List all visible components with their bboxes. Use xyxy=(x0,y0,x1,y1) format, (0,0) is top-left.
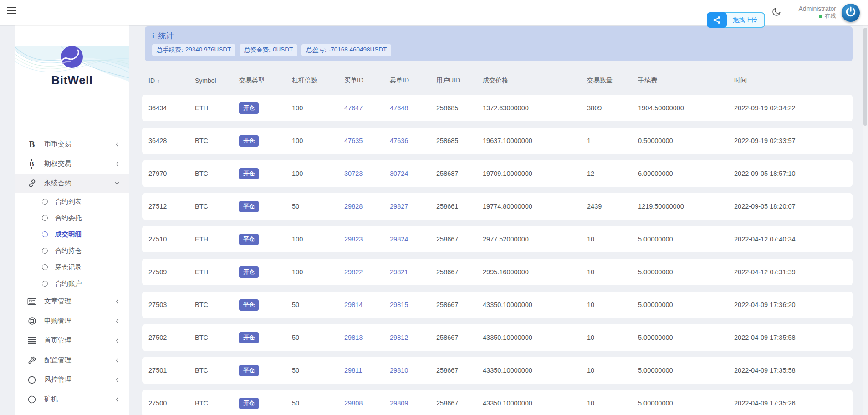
sidebar-subitem-label: 合约列表 xyxy=(55,197,82,206)
cell-id: 27510 xyxy=(148,236,195,243)
sidebar-item-homepage-management[interactable]: 首页管理 xyxy=(15,331,129,350)
sell-order-link[interactable]: 29809 xyxy=(390,400,436,407)
sell-order-link[interactable]: 29821 xyxy=(390,268,436,276)
sidebar-item-risk-management[interactable]: 风控管理 xyxy=(15,370,129,389)
cell-id: 27970 xyxy=(148,170,195,177)
buy-order-link[interactable]: 29814 xyxy=(344,301,390,308)
column-header-2: Symbol xyxy=(195,77,239,84)
sell-order-link[interactable]: 29824 xyxy=(390,236,436,243)
drag-upload-widget[interactable]: 拖拽上传 xyxy=(707,12,765,28)
cell-uid: 258667 xyxy=(436,400,483,407)
sidebar-subitem-label: 穿仓记录 xyxy=(55,263,82,272)
buy-order-link[interactable]: 29808 xyxy=(344,400,390,407)
cell-time: 2022-09-05 18:20:07 xyxy=(734,203,846,210)
cell-uid: 258685 xyxy=(436,104,483,112)
cell-fee: 0.50000000 xyxy=(638,137,734,144)
newspaper-icon xyxy=(26,297,37,306)
sidebar-subitem-contract-positions[interactable]: 合约持仓 xyxy=(15,242,129,259)
cell-fee: 5.00000000 xyxy=(638,301,734,308)
stats-title: i 统计 xyxy=(152,31,845,41)
table-row: 36434 ETH 开仓 100 47647 47648 258685 1372… xyxy=(142,95,853,121)
trade-type-badge: 平仓 xyxy=(239,365,259,376)
sell-order-link[interactable]: 30724 xyxy=(390,170,436,177)
table-body: 36434 ETH 开仓 100 47647 47648 258685 1372… xyxy=(142,95,853,415)
sell-order-link[interactable]: 29810 xyxy=(390,367,436,374)
buy-order-link[interactable]: 47647 xyxy=(344,104,390,112)
cell-time: 2022-09-19 02:34:22 xyxy=(734,104,846,112)
scrollbar-thumb[interactable] xyxy=(863,28,867,126)
circle-icon xyxy=(26,376,37,384)
cell-quantity: 10 xyxy=(587,367,638,374)
cell-id: 27502 xyxy=(148,334,195,341)
cell-time: 2022-09-05 18:57:10 xyxy=(734,170,846,177)
cell-quantity: 3809 xyxy=(587,104,638,112)
info-icon: i xyxy=(152,31,154,41)
sidebar-item-mining-machine[interactable]: 矿机 xyxy=(15,389,129,409)
table-row: 27509 ETH 开仓 100 29822 29821 258667 2995… xyxy=(142,259,853,285)
buy-order-link[interactable]: 29811 xyxy=(344,367,390,374)
sidebar-subitem-contract-orders[interactable]: 合约委托 xyxy=(15,210,129,226)
cell-quantity: 10 xyxy=(587,268,638,276)
cell-leverage: 100 xyxy=(292,170,344,177)
online-status-label: 在线 xyxy=(825,13,836,20)
sidebar-item-article-management[interactable]: 文章管理 xyxy=(15,292,129,311)
sell-order-link[interactable]: 29812 xyxy=(390,334,436,341)
dark-mode-toggle[interactable] xyxy=(771,7,781,19)
cell-time: 2022-04-09 17:35:58 xyxy=(734,367,846,374)
sell-order-link[interactable]: 29815 xyxy=(390,301,436,308)
trade-type-badge: 开仓 xyxy=(239,332,259,343)
cell-time: 2022-04-09 17:36:20 xyxy=(734,301,846,308)
cell-uid: 258667 xyxy=(436,367,483,374)
circle-bullet-icon xyxy=(42,231,48,237)
sidebar-item-config-management[interactable]: 配置管理 xyxy=(15,350,129,370)
trade-type-badge: 平仓 xyxy=(239,299,259,311)
sidebar-subitem-liquidation-records[interactable]: 穿仓记录 xyxy=(15,259,129,275)
sort-ascending-icon[interactable]: ↑ xyxy=(157,77,160,84)
cell-uid: 258667 xyxy=(436,301,483,308)
buy-order-link[interactable]: 29828 xyxy=(344,203,390,210)
sidebar-item-perpetual-contract[interactable]: 永续合约 xyxy=(15,174,129,193)
sell-order-link[interactable]: 29827 xyxy=(390,203,436,210)
buy-order-link[interactable]: 29822 xyxy=(344,268,390,276)
buy-order-link[interactable]: 29813 xyxy=(344,334,390,341)
sidebar-item-label: 永续合约 xyxy=(44,179,114,188)
cell-symbol: BTC xyxy=(195,334,239,341)
cell-symbol: BTC xyxy=(195,301,239,308)
cell-symbol: BTC xyxy=(195,170,239,177)
trade-type-badge: 开仓 xyxy=(239,102,259,114)
cell-uid: 258667 xyxy=(436,268,483,276)
column-header-1: ID↑ xyxy=(148,77,195,84)
cell-leverage: 50 xyxy=(292,367,344,374)
cell-price: 19709.10000000 xyxy=(483,170,587,177)
cell-price: 19774.80000000 xyxy=(483,203,587,210)
link-icon xyxy=(26,179,37,188)
brand-name: BitWell xyxy=(15,73,129,87)
buy-order-link[interactable]: 47635 xyxy=(344,137,390,144)
cell-symbol: ETH xyxy=(195,268,239,276)
hamburger-menu-icon[interactable] xyxy=(7,7,16,14)
buy-order-link[interactable]: 30723 xyxy=(344,170,390,177)
sell-order-link[interactable]: 47636 xyxy=(390,137,436,144)
sidebar-menu: B 币币交易 B 期权交易 永续合约 合约列表 合约委托 成交明细 合约持仓 穿… xyxy=(15,134,129,409)
column-header-7: 用户UID xyxy=(436,77,483,85)
sidebar-item-subscription-management[interactable]: 申购管理 xyxy=(15,311,129,331)
cell-price: 2977.52000000 xyxy=(483,236,587,243)
cell-quantity: 10 xyxy=(587,301,638,308)
cell-quantity: 10 xyxy=(587,236,638,243)
stat-badge-total_fee: 总手续费: 29340.976USDT xyxy=(152,44,235,56)
sidebar-subitem-label: 合约账户 xyxy=(55,279,82,288)
sidebar-item-coin-trading[interactable]: B 币币交易 xyxy=(15,134,129,154)
sidebar-subitem-trade-details[interactable]: 成交明细 xyxy=(15,226,129,242)
sidebar-subitem-contract-accounts[interactable]: 合约账户 xyxy=(15,275,129,292)
sidebar-item-options-trading[interactable]: B 期权交易 xyxy=(15,154,129,174)
user-avatar[interactable] xyxy=(842,4,860,22)
stat-badge-total_pnl: 总盈亏: -70168.460498USDT xyxy=(301,44,391,56)
cell-quantity: 12 xyxy=(587,170,638,177)
cell-leverage: 100 xyxy=(292,236,344,243)
cell-leverage: 50 xyxy=(292,334,344,341)
sidebar-subitem-contract-list[interactable]: 合约列表 xyxy=(15,193,129,210)
sell-order-link[interactable]: 47648 xyxy=(390,104,436,112)
cell-price: 43350.10000000 xyxy=(483,400,587,407)
cell-price: 19637.10000000 xyxy=(483,137,587,144)
buy-order-link[interactable]: 29823 xyxy=(344,236,390,243)
